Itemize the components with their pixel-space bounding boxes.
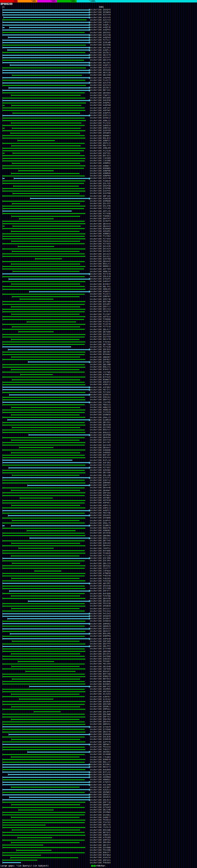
hit-label[interactable]: UniRef100_Q8S4V5 xyxy=(90,720,110,723)
hit-label[interactable]: UniRef100_Q9FT18 xyxy=(90,801,110,804)
hit-label[interactable]: UniRef100_A5W5S7 xyxy=(90,290,110,293)
hit-label[interactable]: UniRef100_A9TNG4 xyxy=(90,494,110,497)
alignment-bar[interactable] xyxy=(12,75,81,76)
alignment-bar[interactable] xyxy=(28,601,89,602)
hit-label[interactable]: UniRef100_B8LL37 xyxy=(90,761,110,763)
alignment-bar[interactable] xyxy=(2,621,85,622)
hit-label[interactable]: UniRef100_A9PE13 xyxy=(90,507,110,509)
alignment-bar[interactable] xyxy=(2,523,85,523)
hit-label[interactable]: UniRef100_Q84TH7 xyxy=(90,217,110,220)
hit-label[interactable]: UniRef100_Q38712 xyxy=(90,479,110,482)
alignment-bar[interactable] xyxy=(12,128,80,129)
alignment-bar[interactable] xyxy=(2,208,84,209)
alignment-bar[interactable] xyxy=(2,606,85,607)
hit-label[interactable]: UniRef100_Q944S6 xyxy=(90,585,110,587)
hit-label[interactable]: UniRef100_Q49812 xyxy=(90,117,110,119)
hit-label[interactable]: UniRef100_Q9XQF6 xyxy=(90,9,110,11)
hit-label[interactable]: UniRef100_C8XP51 xyxy=(90,547,110,550)
hit-label[interactable]: UniRef100_Q9ZWK3 xyxy=(90,791,110,794)
hit-label[interactable]: UniRef100_P47370 xyxy=(90,273,110,275)
alignment-bar[interactable] xyxy=(2,779,85,780)
hit-label[interactable]: UniRef100_Q40283 xyxy=(90,658,110,660)
hit-label[interactable]: UniRef100_B9T3C5 xyxy=(90,155,110,157)
alignment-bar[interactable] xyxy=(9,88,89,88)
hit-label[interactable]: UniRef100_P10049 xyxy=(90,180,110,182)
hit-label[interactable]: UniRef100_A8J264 xyxy=(90,46,110,49)
hit-label[interactable]: UniRef100_C6TD73 xyxy=(90,310,110,313)
hit-label[interactable]: UniRef100_Q5LE96 xyxy=(90,205,110,207)
alignment-bar[interactable] xyxy=(2,269,84,270)
hit-label[interactable]: UniRef100_A6NLD5 xyxy=(90,288,110,290)
hit-label[interactable]: UniRef100_Q93P08 xyxy=(90,434,110,436)
alignment-bar[interactable] xyxy=(8,37,89,38)
alignment-bar[interactable] xyxy=(2,737,85,738)
alignment-bar[interactable] xyxy=(2,545,85,546)
alignment-bar[interactable] xyxy=(2,22,89,23)
alignment-bar[interactable] xyxy=(2,143,85,144)
alignment-bar[interactable] xyxy=(2,732,85,733)
alignment-bar[interactable] xyxy=(9,27,89,28)
hit-label[interactable]: UniRef100_Q7Y0Q7 xyxy=(90,361,110,363)
alignment-bar[interactable] xyxy=(2,432,85,433)
hit-label[interactable]: UniRef100_A4QPA0 xyxy=(90,104,110,106)
alignment-bar[interactable] xyxy=(2,616,89,617)
alignment-bar[interactable] xyxy=(2,681,85,682)
hit-label[interactable]: UniRef100_P93338 xyxy=(90,602,110,605)
hit-label[interactable]: UniRef100_Q82478 xyxy=(90,338,110,341)
hit-label[interactable]: UniRef100_Q9FYE2 xyxy=(90,716,110,718)
alignment-bar[interactable] xyxy=(2,60,84,61)
alignment-bar[interactable] xyxy=(2,795,89,795)
hit-label[interactable]: UniRef100_Q9LKP9 xyxy=(90,711,110,713)
alignment-bar[interactable] xyxy=(2,812,85,813)
hit-label[interactable]: UniRef100_B3H5C3 xyxy=(90,368,110,371)
hit-label[interactable]: UniRef100_Q3S4R7 xyxy=(90,303,110,305)
hit-label[interactable]: UniRef100_Q7XJ60 xyxy=(90,587,110,590)
hit-label[interactable]: UniRef100_A8W8Q1 xyxy=(90,778,110,781)
alignment-bar[interactable] xyxy=(11,241,80,242)
alignment-bar[interactable] xyxy=(11,264,80,265)
hit-label[interactable]: UniRef100_C4PGY3 xyxy=(90,21,110,24)
alignment-bar[interactable] xyxy=(12,427,80,428)
hit-label[interactable]: UniRef100_B9GG22 xyxy=(90,431,110,434)
alignment-bar[interactable] xyxy=(2,266,85,267)
alignment-bar[interactable] xyxy=(2,346,71,347)
alignment-bar[interactable] xyxy=(2,648,85,649)
hit-label[interactable]: UniRef100_B3GVG4 xyxy=(90,456,110,459)
alignment-bar[interactable] xyxy=(9,591,89,591)
hit-label[interactable]: UniRef100_Q8VZB7 xyxy=(90,351,110,353)
hit-label[interactable]: UniRef100_A4QPV5 xyxy=(90,112,110,114)
hit-label[interactable]: UniRef100_A4QPL1 xyxy=(90,24,110,26)
alignment-bar[interactable] xyxy=(2,726,89,727)
alignment-bar[interactable] xyxy=(2,847,85,848)
alignment-bar[interactable] xyxy=(2,540,85,541)
alignment-bar[interactable] xyxy=(2,195,85,196)
alignment-bar[interactable] xyxy=(2,860,37,861)
hit-label[interactable]: UniRef100_P20866 xyxy=(90,318,110,320)
alignment-bar[interactable] xyxy=(2,550,85,551)
hit-label[interactable]: UniRef100_A2SY32 xyxy=(90,66,110,69)
alignment-bar[interactable] xyxy=(11,666,79,667)
alignment-bar[interactable] xyxy=(30,198,89,199)
hit-label[interactable]: UniRef100_A4QPJ3 xyxy=(90,64,110,66)
hit-label[interactable]: UniRef100_Q9ZS92 xyxy=(90,31,110,34)
hit-label[interactable]: UniRef100_A9NPN4 xyxy=(90,175,110,177)
hit-label[interactable]: UniRef100_P93344 xyxy=(90,746,110,748)
hit-label[interactable]: UniRef100_A2SY45 xyxy=(90,16,110,19)
alignment-bar[interactable] xyxy=(2,319,84,320)
hit-label[interactable]: UniRef100_Q8H6V9 xyxy=(90,625,110,627)
hit-label[interactable]: UniRef100_Q8LCZ4 xyxy=(90,562,110,565)
alignment-bar[interactable] xyxy=(2,714,85,715)
hit-label[interactable]: UniRef100_Q7XYN9 xyxy=(90,648,110,650)
hit-label[interactable]: UniRef100_Q01859 xyxy=(90,600,110,602)
alignment-bar[interactable] xyxy=(2,72,89,73)
alignment-bar[interactable] xyxy=(2,638,89,639)
hit-label[interactable]: UniRef100_Q4VY59 xyxy=(90,439,110,441)
alignment-bar[interactable] xyxy=(2,510,89,511)
hit-label[interactable]: UniRef100_B9SF47 xyxy=(90,429,110,431)
hit-label[interactable]: UniRef100_P34783 xyxy=(90,821,110,824)
alignment-bar[interactable] xyxy=(2,382,85,383)
alignment-bar[interactable] xyxy=(2,754,85,755)
hit-label[interactable]: UniRef100_Q10MC9 xyxy=(90,524,110,527)
hit-label[interactable]: UniRef100_Q9M4W5 xyxy=(90,482,110,484)
hit-label[interactable]: UniRef100_Q9SXX5 xyxy=(90,514,110,517)
